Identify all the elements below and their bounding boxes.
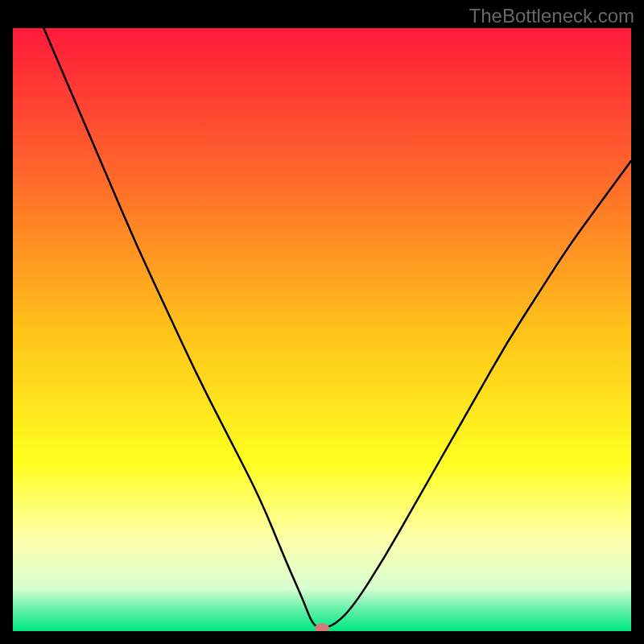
gradient-background — [13, 28, 631, 631]
bottleneck-chart — [13, 28, 631, 631]
watermark-text: TheBottleneck.com — [469, 5, 634, 27]
plot-area — [13, 28, 631, 631]
chart-frame: TheBottleneck.com — [0, 0, 644, 644]
